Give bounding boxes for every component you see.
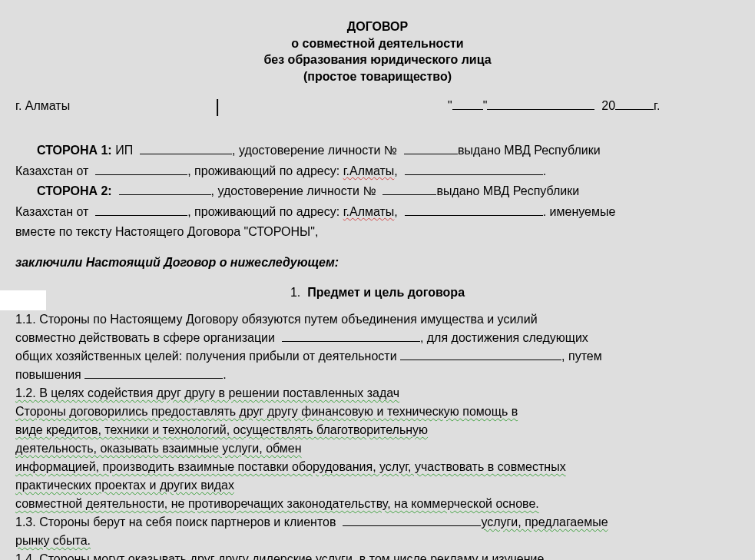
city-date-row: г. Алматы | "" 20г. — [15, 98, 740, 113]
party2-city: г.Алматы — [343, 205, 395, 218]
party2-addr: , проживающий по адресу: — [187, 205, 339, 218]
blank-name2 — [119, 184, 211, 195]
c11b: совместно действовать в сфере организаци… — [15, 331, 275, 344]
blank-name1 — [140, 143, 232, 154]
c12-line4: деятельность, оказывать взаимные услуги,… — [15, 439, 740, 458]
section-1-head: 1. Предмет и цель договора — [15, 286, 740, 300]
party2-label: СТОРОНА 2: — [37, 184, 112, 197]
blank-idnum1 — [404, 143, 458, 154]
blank-addr2 — [405, 204, 543, 216]
c12d: деятельность, оказывать взаимные услуги,… — [15, 442, 302, 455]
party1-addr: , проживающий по адресу: — [187, 164, 339, 177]
c13c: рынку сбыта. — [15, 534, 91, 547]
year-20: 20 — [601, 99, 615, 112]
party2-kzfrom: Казахстан от — [15, 205, 88, 218]
c11c: , для достижения следующих — [420, 331, 588, 344]
party1-line2: Казахстан от , проживающий по адресу: г.… — [15, 163, 740, 180]
title-block: ДОГОВОР о совместной деятельности без об… — [15, 18, 740, 84]
c11-line1: 1.1. Стороны по Настоящему Договору обяз… — [15, 310, 740, 329]
blank-raise — [84, 367, 223, 379]
c12-line6: практических проектах и других видах — [15, 476, 740, 495]
party2-block: СТОРОНА 2: , удостоверение личности № вы… — [15, 183, 740, 200]
c13-line2: рынку сбыта. — [15, 532, 740, 550]
c11f: повышения — [15, 368, 81, 381]
section-1-num: 1. — [290, 286, 300, 299]
c13b: услуги, предлагаемые — [481, 515, 608, 529]
c13-line1: 1.3. Стороны берут на себя поиск партнер… — [15, 513, 740, 532]
party2-line2: Казахстан от , проживающий по адресу: г.… — [15, 204, 740, 220]
party1-kzfrom: Казахстан от — [15, 164, 88, 177]
blank-year — [615, 98, 654, 110]
blank-activity — [400, 349, 561, 360]
party1-id-text: , удостоверение личности № — [232, 144, 397, 157]
blank-sphere — [282, 330, 420, 342]
blank-day — [452, 98, 483, 110]
party2-tail: . именуемые — [543, 205, 616, 218]
year-g: г. — [654, 99, 660, 112]
party2-id-text: , удостоверение личности № — [211, 184, 376, 197]
party1-dot: . — [543, 164, 546, 177]
c12-line5: информацией, производить взаимные постав… — [15, 458, 740, 476]
party1-city: г.Алматы — [343, 164, 395, 177]
vertical-bar: | — [215, 99, 230, 113]
document-page: ДОГОВОР о совместной деятельности без об… — [0, 0, 755, 560]
c12a: 1.2. В целях содействия друг другу в реш… — [15, 386, 399, 399]
party1-ip: ИП — [115, 144, 133, 157]
c12g: совместной деятельности, не противоречащ… — [15, 497, 539, 510]
party2-line3: вместе по тексту Настоящего Договора "СТ… — [15, 224, 740, 240]
c11g: . — [223, 368, 226, 381]
blank-clients — [343, 515, 481, 526]
c12-line2: Стороны договорились предоставлять друг … — [15, 403, 740, 421]
c11d: общих хозяйственных целей: получения при… — [15, 350, 397, 363]
c12b: Стороны договорились предоставлять друг … — [15, 405, 518, 418]
title-line-3: без образования юридического лица — [15, 51, 740, 68]
c13a: 1.3. Стороны берут на себя поиск партнер… — [15, 515, 336, 529]
blank-kzdate2 — [95, 204, 187, 216]
c11-line3: общих хозяйственных целей: получения при… — [15, 347, 740, 366]
c11e: , путем — [561, 350, 602, 363]
blank-month — [487, 98, 594, 110]
title-line-1: ДОГОВОР — [15, 18, 740, 35]
c12e: информацией, производить взаимные постав… — [15, 460, 566, 473]
blank-addr1 — [405, 164, 543, 175]
party1-comma: , — [394, 164, 397, 177]
party2-comma: , — [394, 205, 397, 218]
c11-line2: совместно действовать в сфере организаци… — [15, 329, 740, 347]
party1-label: СТОРОНА 1: — [37, 144, 112, 157]
party1-issued: выдано МВД Республики — [458, 144, 601, 157]
body-block: 1.1. Стороны по Настоящему Договору обяз… — [15, 310, 740, 560]
c12-line3: виде кредитов, техники и технологий, осу… — [15, 421, 740, 439]
c11-line4: повышения . — [15, 366, 740, 384]
blank-idnum2 — [382, 184, 436, 195]
c12f: практических проектах и других видах — [15, 479, 234, 492]
section-1-title: Предмет и цель договора — [307, 286, 465, 299]
c12-line7: совместной деятельности, не противоречащ… — [15, 495, 740, 513]
blank-kzdate1 — [95, 164, 187, 175]
party1-block: СТОРОНА 1: ИП , удостоверение личности №… — [15, 142, 740, 159]
c12-line1: 1.2. В целях содействия друг другу в реш… — [15, 384, 740, 403]
city-label: г. Алматы — [15, 99, 215, 113]
title-line-4: (простое товарищество) — [15, 68, 740, 85]
date-field: "" 20г. — [448, 98, 740, 113]
title-line-2: о совместной деятельности — [15, 35, 740, 52]
party2-issued: выдано МВД Республики — [436, 184, 579, 197]
concluded-line: заключили Настоящий Договор о нижеследую… — [15, 254, 740, 271]
c14-line1: 1.4. Стороны могут оказывать друг другу … — [15, 550, 740, 560]
white-notch — [0, 290, 46, 310]
c12c: виде кредитов, техники и технологий, осу… — [15, 423, 428, 436]
